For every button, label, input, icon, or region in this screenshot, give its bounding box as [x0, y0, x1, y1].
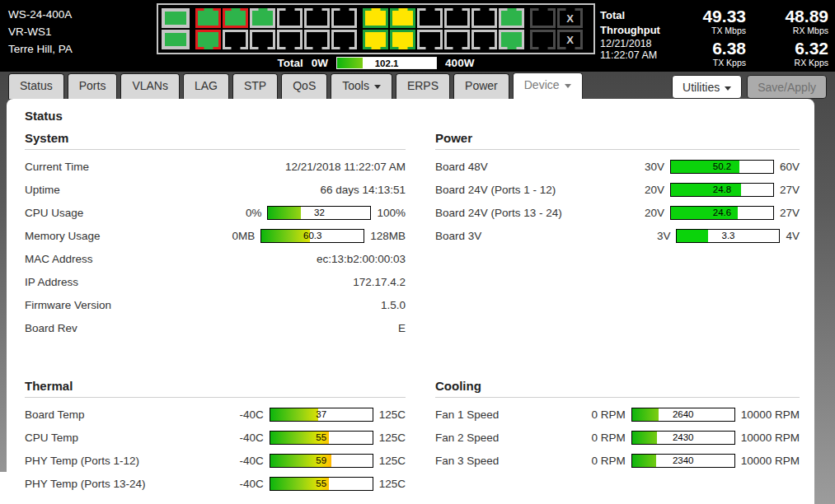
- stat-tx-kpps: 6.38TX Kpps: [682, 40, 746, 68]
- row-value: 172.17.4.2: [353, 276, 406, 288]
- port-ports-1-12-4-top[interactable]: [277, 8, 303, 28]
- port-ports-13-24-5-top[interactable]: [471, 8, 497, 28]
- gauge-min: 0 RPM: [591, 455, 625, 467]
- tab-lag[interactable]: LAG: [183, 73, 229, 99]
- gauge-bar: 2340: [631, 454, 735, 468]
- port-ports-13-24-4-top[interactable]: [444, 8, 470, 28]
- port-ports-13-24-4-bottom[interactable]: [444, 30, 470, 49]
- port-ports-1-12-6-bottom[interactable]: [331, 30, 357, 49]
- gauge-value: 55: [270, 478, 373, 490]
- save-apply-button[interactable]: Save/Apply: [747, 75, 827, 99]
- tab-ports[interactable]: Ports: [68, 73, 118, 99]
- gauge-min: 0 RPM: [591, 408, 625, 421]
- port-ports-13-24-1-bottom[interactable]: [363, 30, 388, 49]
- tab-label: Status: [20, 79, 53, 92]
- gauge-value: 55: [270, 432, 373, 444]
- gauge-min: 0MB: [232, 230, 255, 242]
- port-status-light: [447, 32, 467, 47]
- row-value: 12/21/2018 11:22:07 AM: [285, 161, 406, 173]
- port-ports-1-12-5-top[interactable]: [304, 8, 330, 28]
- port-aux-1-top[interactable]: [530, 8, 556, 28]
- port-ports-1-12-3-top[interactable]: [250, 8, 275, 28]
- throughput-summary: Total Throughput 12/21/2018 11:22:07 AM …: [600, 8, 828, 68]
- port-ports-1-12-4-bottom[interactable]: [277, 30, 303, 49]
- port-ports-1-12-1-bottom[interactable]: [195, 30, 221, 49]
- port-status-light: X: [560, 32, 580, 47]
- gauge-max: 27V: [780, 184, 800, 196]
- gauge-bar: 2430: [631, 431, 735, 445]
- gauge-value: 102.1: [337, 58, 436, 68]
- port-status-light: [252, 11, 273, 26]
- gauge-bar: 3.3: [676, 229, 780, 243]
- gauge-max: 10000 RPM: [741, 432, 800, 444]
- tab-stp[interactable]: STP: [232, 73, 278, 99]
- port-aux-1-bottom[interactable]: [530, 30, 556, 49]
- stat-value: 6.38: [682, 40, 746, 57]
- row-label: MAC Address: [25, 253, 93, 265]
- row-label: Board Rev: [25, 322, 77, 334]
- port-ports-13-24-5-bottom[interactable]: [471, 30, 497, 49]
- gauge-min: -40C: [239, 432, 263, 444]
- tab-status[interactable]: Status: [8, 73, 64, 99]
- port-status-light: [334, 32, 354, 47]
- device-name: VR-WS1: [8, 23, 73, 40]
- row-label: Memory Usage: [25, 230, 101, 242]
- row-fan-3-speed: Fan 3 Speed0 RPM234010000 RPM: [435, 449, 800, 472]
- chevron-down-icon: [725, 86, 731, 91]
- port-ports-13-24-3-bottom[interactable]: [417, 30, 443, 49]
- section-thermal: ThermalBoard Temp-40C37125CCPU Temp-40C5…: [25, 379, 406, 495]
- tab-power[interactable]: Power: [453, 73, 509, 99]
- tab-label: VLANs: [132, 79, 168, 92]
- tab-vlans[interactable]: VLANs: [120, 73, 180, 99]
- port-ports-1-12-2-top[interactable]: [223, 8, 248, 28]
- row-board-3v: Board 3V3V3.34V: [435, 224, 800, 247]
- gauge-min: 0%: [246, 207, 262, 219]
- port-status-light: [165, 12, 186, 25]
- port-ports-13-24-2-top[interactable]: [390, 8, 415, 28]
- port-ports-13-24-1-top[interactable]: [363, 8, 388, 28]
- port-sfp-1-bottom[interactable]: [162, 30, 190, 49]
- port-status-light: [279, 11, 300, 26]
- status-sections: SystemCurrent Time12/21/2018 11:22:07 AM…: [25, 131, 800, 495]
- port-aux-2-bottom[interactable]: X: [557, 30, 583, 49]
- row-cpu-temp: CPU Temp-40C55125C: [25, 426, 406, 449]
- gauge-bar: 59: [270, 454, 373, 468]
- gauge-bar: 50.2: [670, 160, 774, 174]
- gauge-min: 20V: [645, 207, 664, 219]
- port-ports-13-24-3-top[interactable]: [417, 8, 443, 28]
- port-ports-1-12-5-bottom[interactable]: [304, 30, 330, 49]
- port-ports-13-24-6-bottom[interactable]: [499, 30, 524, 49]
- port-sfp-1-top[interactable]: [162, 8, 190, 28]
- tab-erps[interactable]: ERPS: [396, 73, 450, 99]
- port-ports-13-24-6-top[interactable]: [499, 8, 524, 28]
- chevron-down-icon: [565, 84, 571, 88]
- total-power-gauge: 102.1: [336, 57, 437, 69]
- utilities-button[interactable]: Utilities: [672, 75, 742, 99]
- gauge-max: 10000 RPM: [741, 408, 800, 421]
- port-status-light: [532, 11, 553, 26]
- port-ports-1-12-2-bottom[interactable]: [223, 30, 248, 49]
- tab-tools[interactable]: Tools: [331, 73, 392, 99]
- port-group-aux: XX: [530, 8, 583, 49]
- port-ports-1-12-3-bottom[interactable]: [250, 30, 275, 49]
- gauge-bar: 55: [270, 477, 373, 491]
- stat-value: 48.89: [764, 8, 828, 25]
- port-ports-1-12-6-top[interactable]: [331, 8, 357, 28]
- stat-rx-mbps: 48.89RX Mbps: [764, 8, 828, 35]
- port-status-light: X: [560, 11, 580, 26]
- gauge-bar: 2640: [631, 408, 735, 422]
- port-ports-1-12-1-top[interactable]: [195, 8, 221, 28]
- port-aux-2-top[interactable]: X: [557, 8, 583, 28]
- row-label: Board 24V (Ports 13 - 24): [435, 207, 562, 219]
- tab-label: ERPS: [407, 79, 439, 92]
- section-title: System: [25, 131, 406, 145]
- gauge-group: 0 RPM264010000 RPM: [591, 408, 800, 422]
- port-ports-13-24-2-bottom[interactable]: [390, 30, 415, 49]
- row-label: Board 48V: [435, 161, 488, 173]
- tab-qos[interactable]: QoS: [281, 73, 327, 99]
- row-label: Current Time: [25, 161, 89, 173]
- port-status-light: [501, 32, 522, 47]
- gauge-bar: 24.6: [670, 206, 774, 220]
- tab-device[interactable]: Device: [513, 72, 583, 99]
- tab-label: Tools: [342, 79, 369, 92]
